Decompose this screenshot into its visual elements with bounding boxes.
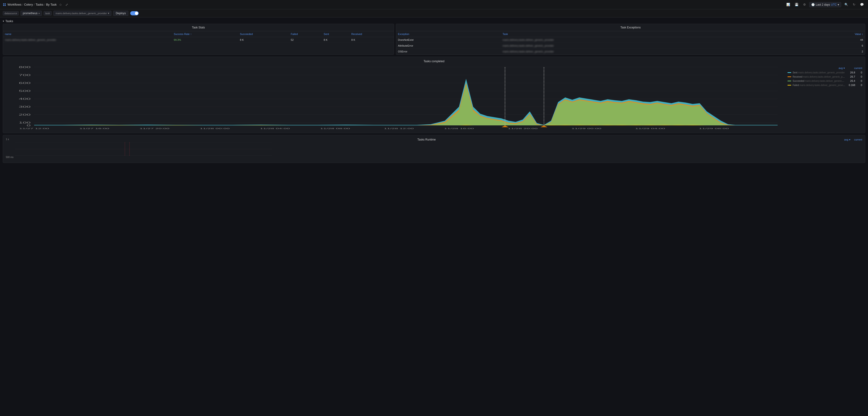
save-icon-button[interactable]: 💾 <box>793 2 800 7</box>
svg-text:11/27 16:00: 11/27 16:00 <box>80 128 109 130</box>
exception-value: 44 <box>799 37 865 43</box>
time-range-picker[interactable]: 🕐 Last 2 days UTC ▾ <box>809 2 841 7</box>
runtime-svg <box>15 142 862 156</box>
table-row: DoesNotExist mario.delivery.tasks.delive… <box>396 37 865 43</box>
chart-legend: avg ▾ current Sent mario.delivery.tasks.… <box>787 65 862 130</box>
svg-text:100: 100 <box>19 122 31 124</box>
tables-row: Task Stats name Success Rate ↑ Succeeded… <box>0 24 868 55</box>
tasks-section-header[interactable]: ▾ Tasks <box>0 18 868 24</box>
svg-text:600: 600 <box>19 82 31 84</box>
legend-item: Succeeded mario.delivery.tasks.deliver_g… <box>787 79 862 82</box>
col-failed[interactable]: Failed <box>289 31 322 37</box>
svg-text:11/29 00:00: 11/29 00:00 <box>571 128 601 130</box>
zoom-out-button[interactable]: 🔍 <box>843 2 849 7</box>
col-value[interactable]: Value ↕ <box>799 31 865 37</box>
col-succeeded[interactable]: Succeeded <box>238 31 289 37</box>
svg-text:11/28 00:00: 11/28 00:00 <box>200 128 230 130</box>
legend-items-container: Sent mario.delivery.tasks.deliver_generi… <box>787 71 862 86</box>
breadcrumb-workflows[interactable]: Workflows <box>7 3 22 6</box>
svg-text:200: 200 <box>19 113 31 116</box>
svg-text:11/27 12:00: 11/27 12:00 <box>19 128 49 130</box>
tasks-runtime-panel: 1 s Tasks Runtime avg ▾ current 500 ms <box>3 135 865 163</box>
task-exceptions-title: Task Exceptions <box>396 24 865 31</box>
chevron-icon: ▾ <box>3 20 4 22</box>
col-sent[interactable]: Sent <box>322 31 350 37</box>
success-rate: 99.3% <box>172 37 238 43</box>
grid-icon <box>3 3 6 6</box>
chevron-down-icon: ▾ <box>838 3 839 6</box>
svg-text:11/28 04:00: 11/28 04:00 <box>260 128 290 130</box>
breadcrumb-sep-3: / <box>44 3 45 6</box>
col-name[interactable]: name <box>3 31 172 37</box>
exception-value: 2 <box>799 49 865 55</box>
legend-item: Failed mario.delivery.tasks.deliver_gene… <box>787 84 862 86</box>
refresh-button[interactable]: ↻ <box>851 2 857 7</box>
legend-series-name: Succeeded mario.delivery.tasks.deliver_g… <box>793 80 845 82</box>
legend-current-value: 0 <box>857 84 862 86</box>
header-right: 📊 💾 ⚙ 🕐 Last 2 days UTC ▾ 🔍 ↻ 💬 <box>785 2 865 7</box>
exception-name: DoesNotExist <box>396 37 501 43</box>
time-range-label: Last 2 days <box>816 3 830 6</box>
col-received[interactable]: Received <box>349 31 394 37</box>
legend-color-swatch <box>787 76 791 77</box>
share-button[interactable]: ⤢ <box>64 2 69 7</box>
breadcrumb-celery[interactable]: Celery <box>24 3 33 6</box>
task-stats-table: name Success Rate ↑ Succeeded Failed Sen… <box>3 31 394 43</box>
task-stats-title: Task Stats <box>3 24 394 31</box>
datasource-value: prometheus <box>23 12 37 15</box>
breadcrumb-sep-1: / <box>22 3 23 6</box>
legend-color-swatch <box>787 72 791 73</box>
comment-button[interactable]: 💬 <box>859 2 865 7</box>
legend-current-label: current <box>854 67 862 70</box>
svg-marker-20 <box>502 126 508 127</box>
breadcrumb-sep-2: / <box>34 3 35 6</box>
svg-text:300: 300 <box>19 106 31 108</box>
svg-marker-21 <box>540 126 547 127</box>
svg-text:0: 0 <box>27 124 31 127</box>
breadcrumb: Workflows / Celery / Tasks / By Task <box>7 3 57 6</box>
col-exception[interactable]: Exception <box>396 31 501 37</box>
col-task[interactable]: Task <box>501 31 799 37</box>
legend-series-name: Received mario.delivery.tasks.deliver_ge… <box>793 75 845 78</box>
runtime-y-label-1: 1 s <box>6 138 9 141</box>
exception-task: mario.delivery.tasks.deliver_generic_pro… <box>501 37 799 43</box>
runtime-current-label: current <box>854 138 862 141</box>
svg-text:800: 800 <box>19 66 31 69</box>
failed: 52 <box>289 37 322 43</box>
tasks-completed-title: Tasks completed <box>6 60 862 63</box>
tasks-completed-panel: Tasks completed 800 700 600 500 400 3 <box>3 57 865 133</box>
svg-text:11/28 20:00: 11/28 20:00 <box>508 128 538 130</box>
legend-series-name: Failed mario.delivery.tasks.deliver_gene… <box>793 84 845 86</box>
exception-name: OSError <box>396 49 501 55</box>
datasource-select[interactable]: prometheus ▾ <box>21 11 41 16</box>
legend-color-swatch <box>787 81 791 81</box>
settings-icon-button[interactable]: ⚙ <box>802 2 807 7</box>
breadcrumb-tasks[interactable]: Tasks <box>36 3 43 6</box>
chart-area: 800 700 600 500 400 300 200 100 0 <box>6 65 785 130</box>
header-left: Workflows / Celery / Tasks / By Task ☆ ⤢ <box>3 2 69 7</box>
legend-item: Sent mario.delivery.tasks.deliver_generi… <box>787 71 862 74</box>
runtime-y-label-2: 500 ms <box>6 156 13 159</box>
star-button[interactable]: ☆ <box>58 2 63 7</box>
task-exceptions-table: Exception Task Value ↕ DoesNotExist mari… <box>396 31 865 55</box>
svg-text:400: 400 <box>19 98 31 100</box>
legend-avg-value: 0.168 <box>847 84 855 86</box>
legend-avg-value: 26.8 <box>847 71 855 74</box>
toggle-switch[interactable] <box>130 11 138 15</box>
runtime-avg-label[interactable]: avg ▾ <box>844 138 850 141</box>
col-success-rate[interactable]: Success Rate ↑ <box>172 31 238 37</box>
runtime-legend-header: avg ▾ current <box>844 138 862 141</box>
task-stats-panel: Task Stats name Success Rate ↑ Succeeded… <box>3 24 394 55</box>
svg-text:11/28 16:00: 11/28 16:00 <box>444 128 474 130</box>
clock-icon: 🕐 <box>811 3 815 6</box>
legend-series-name: Sent mario.delivery.tasks.deliver_generi… <box>793 71 845 74</box>
legend-current-value: 0 <box>857 79 862 82</box>
legend-avg-value: 26.7 <box>847 75 855 78</box>
deploys-button[interactable]: Deploys <box>113 11 128 16</box>
task-filter-input[interactable]: mario.delivery.tasks.deliver_generic_pro… <box>54 11 111 16</box>
chart-icon-button[interactable]: 📊 <box>785 2 792 7</box>
received: 8 K <box>349 37 394 43</box>
toolbar: datasource prometheus ▾ task mario.deliv… <box>0 9 868 18</box>
table-row: mario.delivery.tasks.deliver_generic_pro… <box>3 37 394 43</box>
legend-item: Received mario.delivery.tasks.deliver_ge… <box>787 75 862 78</box>
